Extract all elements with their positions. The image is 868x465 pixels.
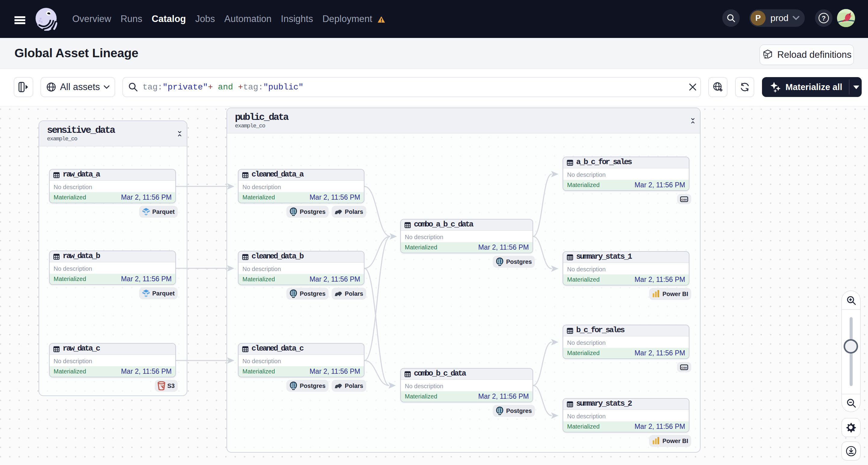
svg-text:?: ? [822,14,826,22]
svg-text:csv: csv [681,197,687,201]
svg-text:csv: csv [681,366,687,369]
